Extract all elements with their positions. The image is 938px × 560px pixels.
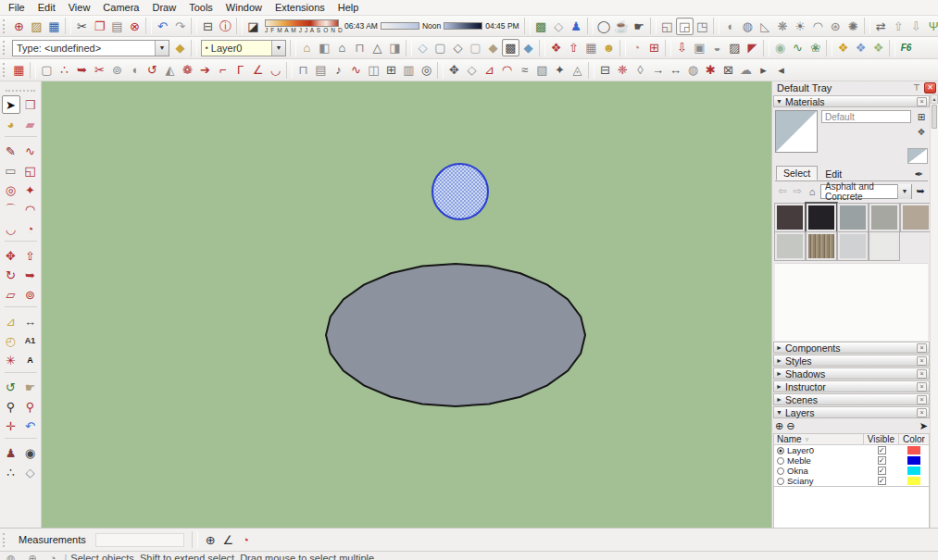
three-point-arc-tool-button[interactable]: ◡ <box>2 219 20 238</box>
angle-pencil-button[interactable]: ∠ <box>219 531 237 549</box>
plugin-tool-29-button[interactable]: ✦ <box>551 61 569 79</box>
view-left-button[interactable]: ◧ <box>316 39 333 56</box>
layer-radio[interactable] <box>777 457 784 465</box>
eraser-tool-button[interactable]: ▰ <box>21 115 40 133</box>
print-button[interactable]: ⊟ <box>199 18 217 35</box>
chevron-down-icon[interactable]: ▼ <box>271 41 285 56</box>
visible-checkbox[interactable]: ✓ <box>878 477 886 485</box>
rotate-tool-button[interactable]: ↻ <box>2 266 20 284</box>
section-materials-header[interactable]: ▼ Materials × <box>773 95 930 107</box>
toolbar-drag-handle[interactable] <box>3 63 7 77</box>
layers-details-arrow-icon[interactable]: ➤ <box>919 420 928 432</box>
save-button[interactable]: ▦ <box>45 18 63 35</box>
plugin-tool-16-button[interactable]: ▤ <box>312 61 330 79</box>
section-close-icon[interactable]: × <box>917 369 927 379</box>
zoom-window-tool-button[interactable]: ⚲ <box>21 397 40 416</box>
tab-edit[interactable]: Edit <box>818 167 849 180</box>
layer-color-chip[interactable] <box>907 467 920 475</box>
layer-color-chip[interactable] <box>907 456 920 465</box>
shadow-toggle-button[interactable]: ◪ <box>244 18 262 35</box>
section-close-icon[interactable]: × <box>917 395 927 404</box>
layer-radio[interactable] <box>777 467 784 475</box>
layer-color-chip[interactable] <box>907 446 920 454</box>
plugin-tool-24-button[interactable]: ◇ <box>463 61 481 79</box>
layer-row[interactable]: Layer0✓ <box>774 445 929 455</box>
toggle-terrain-button[interactable]: ◇ <box>550 18 568 35</box>
section-styles-header[interactable]: ►Styles× <box>773 355 930 367</box>
selected-circle-face[interactable] <box>432 164 488 219</box>
time-gradient-bar-pm[interactable] <box>444 22 482 30</box>
add-location-button[interactable]: ▩ <box>532 18 550 35</box>
plugin-tool-2-button[interactable]: ∴ <box>56 61 73 79</box>
sandbox-from-contours-button[interactable]: ◔ <box>628 39 645 56</box>
follow-me-tool-button[interactable]: ➥ <box>21 266 40 284</box>
materials-collection-dropdown[interactable]: Asphalt and Concrete ▼ <box>820 184 912 199</box>
protractor-tool-button[interactable]: ◴ <box>2 331 20 350</box>
layer-color-chip[interactable] <box>907 477 920 485</box>
swatch-8[interactable] <box>838 232 868 260</box>
layer-radio[interactable] <box>777 447 784 454</box>
light-cone-button[interactable]: ◺ <box>757 18 774 35</box>
plugin-tool-21-button[interactable]: ▥ <box>400 61 418 79</box>
toolbar-drag-handle[interactable] <box>3 533 7 547</box>
detail-tool-button[interactable]: ◒ <box>708 39 726 56</box>
import-box-button[interactable]: ⇩ <box>907 18 925 35</box>
layer-row[interactable]: Meble✓ <box>774 455 929 466</box>
menu-edit[interactable]: Edit <box>31 1 62 14</box>
swatch-2[interactable] <box>807 204 836 231</box>
paste-button[interactable]: ▤ <box>108 18 126 35</box>
menu-window[interactable]: Window <box>219 1 269 14</box>
move-tool-button[interactable]: ✥ <box>2 246 20 265</box>
layer-row[interactable]: Sciany✓ <box>774 476 929 486</box>
sandbox-from-scratch-button[interactable]: ⊞ <box>645 39 663 56</box>
freehand-tool-button[interactable]: ∿ <box>21 142 40 160</box>
details-arrow-icon[interactable]: ➥ <box>914 185 927 198</box>
plugin-tool-1-button[interactable]: ▢ <box>38 61 56 79</box>
section-components-header[interactable]: ►Components× <box>773 342 930 354</box>
window-pane-2-button[interactable]: ◲ <box>676 18 694 35</box>
create-material-icon[interactable]: ❖ <box>915 125 928 138</box>
section-plane-tool-button[interactable]: ◇ <box>21 463 40 481</box>
light-globe-button[interactable]: ⊛ <box>827 18 844 35</box>
type-combobox[interactable]: Type: <undefined>▼ <box>12 40 169 56</box>
plugin-tool-14-button[interactable]: ◡ <box>267 61 284 79</box>
window-pane-3-button[interactable]: ◳ <box>694 18 711 35</box>
render-circle-button[interactable]: ◯ <box>595 18 613 35</box>
tray-scrollbar[interactable]: ▲ <box>930 94 938 528</box>
section-close-icon[interactable]: × <box>917 408 927 417</box>
rectangle-tool-button[interactable]: ▭ <box>2 161 20 180</box>
view-back-button[interactable]: △ <box>369 39 386 56</box>
plugin-tool-32-button[interactable]: ❈ <box>614 61 632 79</box>
back-arrow-icon[interactable]: ⇦ <box>776 185 789 198</box>
scale-tool-button[interactable]: ▱ <box>2 285 20 304</box>
solid-tool-yellow-button[interactable]: ❖ <box>834 39 852 56</box>
shadow-time-slider[interactable]: 06:43 AMNoon04:45 PM <box>344 21 519 31</box>
look-around-tool-button[interactable]: ◉ <box>21 443 40 462</box>
section-close-icon[interactable]: × <box>917 356 927 366</box>
two-point-arc-tool-button[interactable]: ◠ <box>21 200 40 218</box>
zoom-extents-tool-button[interactable]: ✛ <box>2 417 20 435</box>
plugin-tool-20-button[interactable]: ⊞ <box>382 61 400 79</box>
in-model-home-icon[interactable]: ⌂ <box>806 185 819 198</box>
angular-dimension-button[interactable]: ◔ <box>237 531 255 549</box>
select-tool-button[interactable]: ➤ <box>2 95 20 114</box>
plugin-tool-12-button[interactable]: Γ <box>231 61 249 79</box>
threed-text-tool-button[interactable]: A <box>21 351 40 369</box>
layer-row[interactable]: Okna✓ <box>774 466 929 476</box>
status-model-icon[interactable]: ◔ <box>50 553 56 560</box>
light-sun-button[interactable]: ☀ <box>792 18 809 35</box>
make-component-button[interactable]: ❒ <box>21 95 40 114</box>
tab-select[interactable]: Select <box>776 166 818 180</box>
classifier-button[interactable]: ◆ <box>171 39 189 56</box>
polygon-tool-button[interactable]: ✦ <box>21 180 40 199</box>
layer-radio[interactable] <box>777 478 784 485</box>
swatch-7[interactable] <box>807 232 836 260</box>
axes-tool-button[interactable]: ✳ <box>2 351 20 369</box>
solid-tool-green-button[interactable]: ❖ <box>869 39 887 56</box>
plugin-tool-9-button[interactable]: ❁ <box>179 61 196 79</box>
erase-button[interactable]: ⊗ <box>126 18 144 35</box>
fredo6-menu-button[interactable]: F6 <box>897 39 915 56</box>
section-layers-header[interactable]: ▼ Layers × <box>773 406 930 418</box>
render-teapot-button[interactable]: ☕ <box>613 18 631 35</box>
plugin-tool-27-button[interactable]: ≈ <box>516 61 533 79</box>
